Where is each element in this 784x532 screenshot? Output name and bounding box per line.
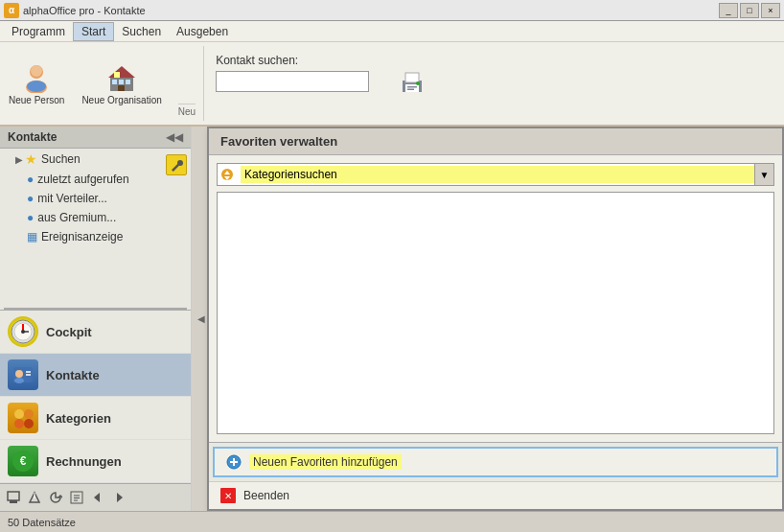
search-input[interactable] (216, 71, 369, 92)
kontakte-icon (8, 359, 38, 390)
svg-point-3 (27, 81, 46, 92)
nav-rechnungen[interactable]: € Rechnungen (0, 440, 191, 483)
sidebar-toolbar (0, 483, 191, 511)
menu-ausgeben[interactable]: Ausgeben (169, 23, 236, 40)
sidebar-label-suchen: Suchen (41, 152, 81, 166)
kategorien-label: Kategorien (46, 411, 111, 426)
svg-rect-34 (10, 500, 17, 503)
expand-icon: ▶ (15, 154, 23, 165)
sidebar-pin-button[interactable]: ◀◀ (166, 130, 183, 144)
sidebar-item-ereignis[interactable]: ▦ Ereignisanzeige (0, 227, 191, 246)
sidebar-item-gremium[interactable]: ● aus Gremium... (0, 208, 191, 227)
svg-point-24 (14, 378, 24, 383)
dialog-dropdown[interactable]: Kategoriensuchen ▼ (217, 163, 774, 186)
toolbar-btn-4[interactable] (67, 488, 86, 507)
svg-rect-13 (405, 73, 419, 82)
svg-point-29 (14, 419, 24, 428)
main-area: Kontakte ◀◀ ▶ ★ Suchen ● zuletzt aufgeru… (0, 127, 784, 511)
cockpit-icon (8, 316, 38, 347)
sidebar-header: Kontakte ◀◀ (0, 127, 191, 149)
favorites-dialog: Favoriten verwalten Kategoriensuchen ▼ (207, 127, 784, 511)
sidebar-item-verteiler[interactable]: ● mit Verteiler... (0, 189, 191, 208)
dropdown-arrow[interactable]: ▼ (754, 164, 773, 185)
content-area: Zu Ziehen S Zeit ▶ 03.0 03.0 03.0 19.0 (192, 127, 784, 511)
svg-point-2 (31, 65, 42, 77)
search-section: Kontakt suchen: (204, 46, 380, 121)
svg-marker-41 (94, 493, 100, 502)
print-icon (397, 67, 427, 98)
circle-icon-1: ● (27, 173, 34, 186)
toolbar-btn-3[interactable] (46, 488, 65, 507)
sidebar-title: Kontakte (8, 130, 57, 144)
nav-cockpit[interactable]: Cockpit (0, 311, 191, 354)
svg-point-30 (24, 419, 34, 428)
wrench-button[interactable] (166, 154, 187, 175)
sidebar-label-verteiler: mit Verteiler... (37, 192, 107, 205)
cockpit-label: Cockpit (46, 325, 92, 339)
close-button[interactable]: × (761, 3, 780, 18)
dialog-body: Kategoriensuchen ▼ (209, 155, 782, 442)
sidebar: Kontakte ◀◀ ▶ ★ Suchen ● zuletzt aufgeru… (0, 127, 192, 511)
toolbar-btn-1[interactable] (4, 488, 23, 507)
statusbar: 50 Datensätze (0, 511, 784, 532)
window-controls[interactable]: _ □ × (719, 3, 780, 18)
scroll-left-icon: ◀ (197, 313, 205, 324)
dialog-footer: Neuen Favoriten hinzufügen ✕ Beenden (209, 442, 782, 509)
svg-marker-42 (117, 493, 123, 502)
svg-marker-9 (108, 66, 135, 78)
close-dialog-button[interactable]: ✕ Beenden (209, 481, 782, 509)
toolbar-btn-5[interactable] (88, 488, 107, 507)
neue-org-label: Neue Organisation (81, 95, 161, 105)
rechnungen-label: Rechnungen (46, 454, 122, 469)
menu-suchen[interactable]: Suchen (114, 23, 169, 40)
sidebar-item-suchen[interactable]: ▶ ★ Suchen (0, 149, 191, 170)
bottom-nav: Cockpit Kontakte (0, 310, 191, 483)
svg-rect-33 (8, 492, 19, 500)
dropdown-icon (218, 165, 237, 184)
status-text: 50 Datensätze (8, 517, 76, 528)
svg-text:€: € (20, 454, 27, 468)
maximize-button[interactable]: □ (740, 3, 759, 18)
dialog-list[interactable] (217, 192, 774, 434)
toolbar-btn-2[interactable] (25, 488, 44, 507)
sidebar-label-zuletzt: zuletzt aufgerufen (37, 173, 128, 186)
add-favorite-button[interactable]: Neuen Favoriten hinzufügen (213, 447, 778, 477)
rechnungen-icon: € (8, 446, 38, 476)
kontakte-label: Kontakte (46, 368, 100, 382)
circle-icon-3: ● (27, 211, 34, 224)
svg-rect-16 (407, 89, 414, 91)
svg-rect-10 (114, 72, 120, 78)
minimize-button[interactable]: _ (719, 3, 738, 18)
menu-programm[interactable]: Programm (4, 23, 73, 40)
titlebar: α alphaOffice pro - Kontakte _ □ × (0, 0, 784, 21)
menu-start[interactable]: Start (73, 22, 114, 41)
neue-organisation-button[interactable]: Neue Organisation (73, 46, 170, 121)
svg-point-28 (24, 409, 34, 419)
circle-icon-2: ● (27, 192, 34, 205)
svg-rect-12 (405, 84, 419, 92)
dialog-title: Favoriten verwalten (209, 128, 782, 155)
add-icon (226, 454, 242, 470)
sidebar-item-zuletzt[interactable]: ● zuletzt aufgerufen (0, 170, 191, 189)
svg-point-23 (15, 370, 23, 378)
nav-kategorien[interactable]: Kategorien (0, 397, 191, 440)
close-dialog-label: Beenden (243, 489, 289, 502)
svg-rect-7 (126, 80, 130, 84)
sidebar-label-ereignis: Ereignisanzeige (41, 230, 123, 243)
organisation-icon (106, 62, 137, 93)
sidebar-label-gremium: aus Gremium... (37, 211, 116, 224)
print-button[interactable] (388, 46, 436, 121)
nav-kontakte[interactable]: Kontakte (0, 354, 191, 397)
toolbar-btn-6[interactable] (109, 488, 128, 507)
kategorien-icon (8, 403, 38, 433)
person-icon (21, 62, 52, 93)
ribbon-new-section-label: Neu (178, 104, 196, 117)
neue-person-button[interactable]: Neue Person (0, 46, 73, 121)
menubar: Programm Start Suchen Ausgeben (0, 21, 784, 42)
add-favorite-label: Neuen Favoriten hinzufügen (249, 454, 402, 470)
dropdown-value: Kategoriensuchen (241, 166, 754, 183)
table-icon: ▦ (27, 230, 37, 243)
sidebar-nav: ▶ ★ Suchen ● zuletzt aufgerufen ● mit Ve… (0, 149, 191, 308)
neue-person-label: Neue Person (9, 95, 64, 105)
app-icon: α (4, 3, 19, 18)
